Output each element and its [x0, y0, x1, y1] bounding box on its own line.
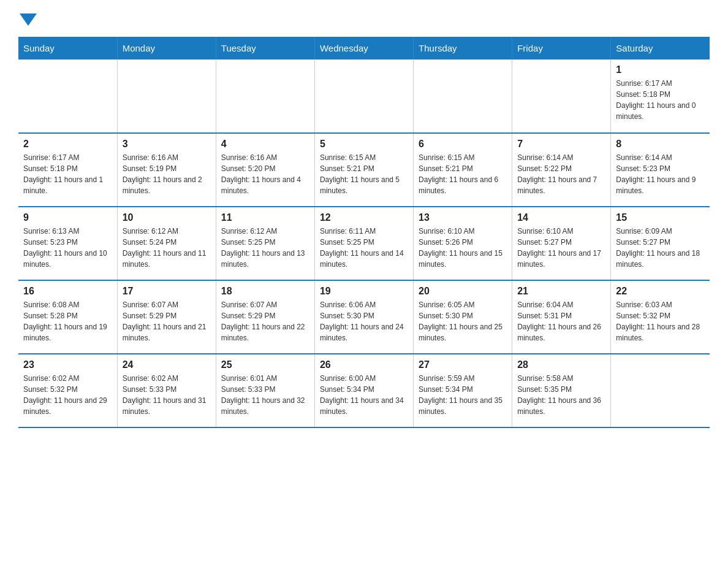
- day-number: 4: [221, 139, 309, 150]
- day-number: 22: [616, 286, 705, 297]
- calendar-day: [512, 59, 611, 133]
- day-number: 17: [123, 286, 211, 297]
- day-number: 27: [419, 359, 507, 370]
- day-number: 14: [517, 212, 605, 223]
- calendar-day: 23Sunrise: 6:02 AMSunset: 5:32 PMDayligh…: [18, 354, 117, 427]
- day-number: 21: [517, 286, 605, 297]
- day-info: Sunrise: 6:00 AMSunset: 5:34 PMDaylight:…: [320, 373, 408, 417]
- logo-triangle-icon: [20, 13, 37, 26]
- day-info: Sunrise: 6:12 AMSunset: 5:24 PMDaylight:…: [123, 226, 211, 270]
- day-number: 18: [221, 286, 309, 297]
- day-info: Sunrise: 6:14 AMSunset: 5:22 PMDaylight:…: [517, 152, 605, 196]
- calendar-day: 4Sunrise: 6:16 AMSunset: 5:20 PMDaylight…: [216, 133, 314, 207]
- calendar-day: 15Sunrise: 6:09 AMSunset: 5:27 PMDayligh…: [611, 207, 710, 280]
- day-info: Sunrise: 6:14 AMSunset: 5:23 PMDaylight:…: [616, 152, 705, 196]
- header-saturday: Saturday: [611, 37, 710, 59]
- day-number: 5: [320, 139, 408, 150]
- calendar-day: 16Sunrise: 6:08 AMSunset: 5:28 PMDayligh…: [18, 280, 117, 354]
- calendar-day: [611, 354, 710, 427]
- day-number: 28: [517, 359, 605, 370]
- day-number: 24: [123, 359, 211, 370]
- day-info: Sunrise: 6:16 AMSunset: 5:19 PMDaylight:…: [123, 152, 211, 196]
- page-header: [18, 12, 710, 25]
- calendar-day: 10Sunrise: 6:12 AMSunset: 5:24 PMDayligh…: [117, 207, 216, 280]
- calendar-day: [117, 59, 216, 133]
- day-info: Sunrise: 6:11 AMSunset: 5:25 PMDaylight:…: [320, 226, 408, 270]
- day-info: Sunrise: 6:10 AMSunset: 5:26 PMDaylight:…: [419, 226, 507, 270]
- day-number: 20: [419, 286, 507, 297]
- day-number: 11: [221, 212, 309, 223]
- day-info: Sunrise: 6:15 AMSunset: 5:21 PMDaylight:…: [419, 152, 507, 196]
- day-info: Sunrise: 5:59 AMSunset: 5:34 PMDaylight:…: [419, 373, 507, 417]
- day-number: 12: [320, 212, 408, 223]
- day-number: 6: [419, 139, 507, 150]
- day-number: 1: [616, 64, 705, 75]
- day-info: Sunrise: 6:07 AMSunset: 5:29 PMDaylight:…: [123, 299, 211, 343]
- calendar-day: 6Sunrise: 6:15 AMSunset: 5:21 PMDaylight…: [414, 133, 512, 207]
- day-info: Sunrise: 6:15 AMSunset: 5:21 PMDaylight:…: [320, 152, 408, 196]
- day-number: 16: [23, 286, 112, 297]
- day-number: 8: [616, 139, 705, 150]
- day-info: Sunrise: 6:05 AMSunset: 5:30 PMDaylight:…: [419, 299, 507, 343]
- header-monday: Monday: [117, 37, 216, 59]
- calendar-day: [18, 59, 117, 133]
- calendar-day: 26Sunrise: 6:00 AMSunset: 5:34 PMDayligh…: [314, 354, 413, 427]
- calendar-day: 21Sunrise: 6:04 AMSunset: 5:31 PMDayligh…: [512, 280, 611, 354]
- day-info: Sunrise: 6:09 AMSunset: 5:27 PMDaylight:…: [616, 226, 705, 270]
- calendar-day: [414, 59, 512, 133]
- calendar-day: 19Sunrise: 6:06 AMSunset: 5:30 PMDayligh…: [314, 280, 413, 354]
- day-number: 25: [221, 359, 309, 370]
- day-info: Sunrise: 5:58 AMSunset: 5:35 PMDaylight:…: [517, 373, 605, 417]
- calendar-day: 12Sunrise: 6:11 AMSunset: 5:25 PMDayligh…: [314, 207, 413, 280]
- header-sunday: Sunday: [18, 37, 117, 59]
- day-info: Sunrise: 6:06 AMSunset: 5:30 PMDaylight:…: [320, 299, 408, 343]
- day-info: Sunrise: 6:02 AMSunset: 5:33 PMDaylight:…: [123, 373, 211, 417]
- header-thursday: Thursday: [414, 37, 512, 59]
- calendar-day: 13Sunrise: 6:10 AMSunset: 5:26 PMDayligh…: [414, 207, 512, 280]
- day-info: Sunrise: 6:02 AMSunset: 5:32 PMDaylight:…: [23, 373, 112, 417]
- day-info: Sunrise: 6:12 AMSunset: 5:25 PMDaylight:…: [221, 226, 309, 270]
- day-info: Sunrise: 6:07 AMSunset: 5:29 PMDaylight:…: [221, 299, 309, 343]
- day-info: Sunrise: 6:13 AMSunset: 5:23 PMDaylight:…: [23, 226, 112, 270]
- calendar-day: 20Sunrise: 6:05 AMSunset: 5:30 PMDayligh…: [414, 280, 512, 354]
- calendar-day: 18Sunrise: 6:07 AMSunset: 5:29 PMDayligh…: [216, 280, 314, 354]
- calendar-day: 5Sunrise: 6:15 AMSunset: 5:21 PMDaylight…: [314, 133, 413, 207]
- day-info: Sunrise: 6:04 AMSunset: 5:31 PMDaylight:…: [517, 299, 605, 343]
- calendar-day: 25Sunrise: 6:01 AMSunset: 5:33 PMDayligh…: [216, 354, 314, 427]
- day-number: 19: [320, 286, 408, 297]
- day-number: 26: [320, 359, 408, 370]
- day-info: Sunrise: 6:03 AMSunset: 5:32 PMDaylight:…: [616, 299, 705, 343]
- calendar-week-3: 9Sunrise: 6:13 AMSunset: 5:23 PMDaylight…: [18, 207, 710, 280]
- calendar-day: 8Sunrise: 6:14 AMSunset: 5:23 PMDaylight…: [611, 133, 710, 207]
- logo: [18, 12, 37, 25]
- calendar-day: 28Sunrise: 5:58 AMSunset: 5:35 PMDayligh…: [512, 354, 611, 427]
- day-info: Sunrise: 6:08 AMSunset: 5:28 PMDaylight:…: [23, 299, 112, 343]
- calendar-day: 14Sunrise: 6:10 AMSunset: 5:27 PMDayligh…: [512, 207, 611, 280]
- day-number: 23: [23, 359, 112, 370]
- day-number: 15: [616, 212, 705, 223]
- calendar-day: 2Sunrise: 6:17 AMSunset: 5:18 PMDaylight…: [18, 133, 117, 207]
- calendar-day: [314, 59, 413, 133]
- calendar-day: 11Sunrise: 6:12 AMSunset: 5:25 PMDayligh…: [216, 207, 314, 280]
- day-number: 7: [517, 139, 605, 150]
- day-info: Sunrise: 6:17 AMSunset: 5:18 PMDaylight:…: [23, 152, 112, 196]
- day-number: 2: [23, 139, 112, 150]
- calendar-day: 7Sunrise: 6:14 AMSunset: 5:22 PMDaylight…: [512, 133, 611, 207]
- calendar-day: 1Sunrise: 6:17 AMSunset: 5:18 PMDaylight…: [611, 59, 710, 133]
- day-info: Sunrise: 6:01 AMSunset: 5:33 PMDaylight:…: [221, 373, 309, 417]
- calendar-day: [216, 59, 314, 133]
- day-info: Sunrise: 6:16 AMSunset: 5:20 PMDaylight:…: [221, 152, 309, 196]
- day-number: 9: [23, 212, 112, 223]
- header-friday: Friday: [512, 37, 611, 59]
- calendar-day: 17Sunrise: 6:07 AMSunset: 5:29 PMDayligh…: [117, 280, 216, 354]
- day-info: Sunrise: 6:10 AMSunset: 5:27 PMDaylight:…: [517, 226, 605, 270]
- calendar-table: SundayMondayTuesdayWednesdayThursdayFrid…: [18, 37, 710, 428]
- day-info: Sunrise: 6:17 AMSunset: 5:18 PMDaylight:…: [616, 78, 705, 122]
- calendar-day: 9Sunrise: 6:13 AMSunset: 5:23 PMDaylight…: [18, 207, 117, 280]
- calendar-day: 22Sunrise: 6:03 AMSunset: 5:32 PMDayligh…: [611, 280, 710, 354]
- calendar-week-5: 23Sunrise: 6:02 AMSunset: 5:32 PMDayligh…: [18, 354, 710, 427]
- calendar-week-2: 2Sunrise: 6:17 AMSunset: 5:18 PMDaylight…: [18, 133, 710, 207]
- day-number: 3: [123, 139, 211, 150]
- calendar-week-1: 1Sunrise: 6:17 AMSunset: 5:18 PMDaylight…: [18, 59, 710, 133]
- calendar-header-row: SundayMondayTuesdayWednesdayThursdayFrid…: [18, 37, 710, 59]
